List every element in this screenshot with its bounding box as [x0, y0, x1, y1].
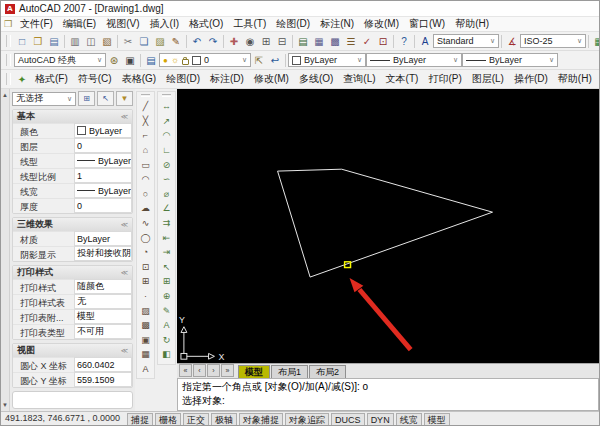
plot-icon[interactable]: ▥ — [67, 34, 83, 49]
angular-dimension-icon[interactable]: ∠ — [159, 201, 174, 216]
express-menu-item-table[interactable]: 表格(G) — [117, 72, 161, 86]
property-value[interactable]: ByLayer — [74, 183, 132, 198]
layer-properties-manager-icon[interactable]: ▤ — [143, 53, 159, 68]
quadrilateral-shape[interactable] — [278, 169, 493, 277]
toggle-pickadd-button[interactable]: ⊞ — [78, 91, 95, 106]
express-menu-item-help[interactable]: 帮助(H) — [553, 72, 597, 86]
express-menu-item-modify[interactable]: 修改(M) — [249, 72, 294, 86]
express-menu-item-operation[interactable]: 操作(D) — [509, 72, 553, 86]
drawing-file-icon[interactable]: ❒ — [4, 19, 12, 29]
tab-layout2[interactable]: 布局2 — [309, 365, 346, 378]
express-menu-item-draw[interactable]: 绘图(D) — [161, 72, 205, 86]
sheet-set-manager-icon[interactable]: ☰ — [343, 34, 359, 49]
region-icon[interactable]: ▣ — [138, 333, 153, 348]
menu-item-window[interactable]: 窗口(W) — [404, 17, 450, 31]
menu-item-tools[interactable]: 工具(T) — [228, 17, 271, 31]
menu-item-format[interactable]: 格式(O) — [184, 17, 228, 31]
property-value[interactable]: 0 — [74, 138, 132, 153]
property-value[interactable]: 无 — [74, 294, 132, 309]
property-value[interactable]: 不可用 — [74, 324, 132, 339]
polygon-icon[interactable]: ⌂ — [138, 143, 153, 158]
spline-icon[interactable]: ∿ — [138, 216, 153, 231]
select-objects-button[interactable]: ↖ — [97, 91, 114, 106]
collapse-chevron-icon[interactable]: ≪ — [121, 269, 128, 277]
palette-collapse-arrow-icon[interactable]: ▲ — [2, 92, 8, 98]
jogged-dimension-icon[interactable]: ∽ — [159, 172, 174, 187]
toolbar-grip[interactable] — [6, 73, 11, 85]
tab-nav-button-1[interactable]: ‹ — [193, 364, 206, 377]
status-toggle-grid[interactable]: 栅格 — [155, 413, 181, 425]
status-toggle-polar[interactable]: 极轴 — [211, 413, 237, 425]
designcenter-icon[interactable]: ▦ — [311, 34, 327, 49]
status-toggle-dyn[interactable]: DYN — [367, 413, 394, 425]
hatch-icon[interactable]: ▨ — [138, 303, 153, 318]
make-block-icon[interactable]: ⊞ — [138, 274, 153, 289]
status-toggle-ortho[interactable]: 正交 — [183, 413, 209, 425]
dimension-edit-icon[interactable]: ✎ — [159, 303, 174, 318]
ordinate-dimension-icon[interactable]: ∟ — [159, 143, 174, 158]
arc-length-dimension-icon[interactable]: ◠ — [159, 128, 174, 143]
quick-leader-icon[interactable]: ↖ — [159, 260, 174, 275]
express-menu-item-inquiry[interactable]: 查询(L) — [338, 72, 380, 86]
workspace-settings-icon[interactable]: ⊛ — [106, 53, 122, 68]
cut-icon[interactable]: ✂ — [120, 34, 136, 49]
toolbar-grip[interactable] — [6, 35, 11, 47]
dimension-update-icon[interactable]: ↻ — [159, 333, 174, 348]
tab-nav-button-0[interactable]: « — [179, 364, 192, 377]
menu-item-modify[interactable]: 修改(M) — [359, 17, 404, 31]
point-icon[interactable]: · — [138, 289, 153, 304]
markup-set-manager-icon[interactable]: ✓ — [359, 34, 375, 49]
menu-item-help[interactable]: 帮助(H) — [450, 17, 494, 31]
publish-icon[interactable]: ▧ — [99, 34, 115, 49]
express-menu-item-symbol[interactable]: 符号(C) — [73, 72, 117, 86]
copy-icon[interactable]: ❏ — [136, 34, 152, 49]
property-value[interactable]: ByLayer — [74, 231, 132, 246]
toolbar-grip[interactable] — [141, 94, 150, 97]
undo-icon[interactable]: ↶ — [189, 34, 205, 49]
collapse-chevron-icon[interactable]: ≪ — [121, 347, 128, 355]
zoom-window-icon[interactable]: ⊞ — [258, 34, 274, 49]
collapse-chevron-icon[interactable]: ≪ — [121, 113, 128, 121]
quickcalc-icon[interactable]: ⊡ — [375, 34, 391, 49]
zoom-previous-icon[interactable]: ⊟ — [274, 34, 290, 49]
collapse-chevron-icon[interactable]: ≪ — [121, 221, 128, 229]
quick-select-button[interactable]: ▼ — [116, 91, 133, 106]
command-prompt-line[interactable]: 选择对象: — [182, 394, 594, 408]
dim-style-combo[interactable]: ISO-25 ∨ — [520, 34, 586, 48]
new-icon[interactable]: □ — [14, 34, 30, 49]
property-value[interactable]: 0 — [74, 198, 132, 213]
radius-dimension-icon[interactable]: ⊘ — [159, 157, 174, 172]
layer-combo[interactable]: ● ☼ 0 ∨ — [159, 53, 251, 67]
table-icon[interactable]: ▦ — [138, 347, 153, 362]
linear-dimension-icon[interactable]: ↔ — [159, 99, 174, 114]
lineweight-combo[interactable]: ByLayer ∨ — [462, 53, 558, 67]
mtext-icon[interactable]: A — [138, 362, 153, 377]
toolbar-grip[interactable] — [6, 54, 11, 66]
zoom-realtime-icon[interactable]: ◉ — [242, 34, 258, 49]
match-properties-icon[interactable]: ✎ — [168, 34, 184, 49]
section-header-plot-style[interactable]: 打印样式≪ — [13, 266, 132, 279]
open-icon[interactable]: ❒ — [30, 34, 46, 49]
gradient-icon[interactable]: ▩ — [138, 318, 153, 333]
coordinates-readout[interactable]: 491.1823, 746.6771 , 0.0000 — [5, 413, 120, 423]
express-menu-item-text[interactable]: 文本(T) — [381, 72, 424, 86]
tab-nav-button-3[interactable]: » — [221, 364, 234, 377]
aligned-dimension-icon[interactable]: ↗ — [159, 114, 174, 129]
revision-cloud-icon[interactable]: ☁ — [138, 201, 153, 216]
quick-dimension-icon[interactable]: ⇉ — [159, 216, 174, 231]
circle-icon[interactable]: ○ — [138, 187, 153, 202]
menu-item-insert[interactable]: 插入(I) — [145, 17, 184, 31]
ellipse-arc-icon[interactable]: ◔ — [138, 245, 153, 260]
property-value[interactable]: 1 — [74, 168, 132, 183]
dimension-style-icon[interactable]: ◧ — [159, 347, 174, 362]
property-value[interactable]: ByLayer — [74, 153, 132, 168]
status-toggle-osnap[interactable]: 对象捕捉 — [239, 413, 283, 425]
toolbar-grip[interactable] — [162, 94, 171, 97]
express-menu-item-format[interactable]: 格式(F) — [30, 72, 73, 86]
property-value[interactable]: 660.0402 — [74, 357, 132, 372]
tab-layout1[interactable]: 布局1 — [271, 365, 308, 378]
baseline-dimension-icon[interactable]: ⇤ — [159, 230, 174, 245]
make-object-layer-current-icon[interactable]: ⇱ — [251, 53, 267, 68]
express-menu-item-layer[interactable]: 图层(L) — [467, 72, 509, 86]
rectangle-icon[interactable]: ▭ — [138, 157, 153, 172]
